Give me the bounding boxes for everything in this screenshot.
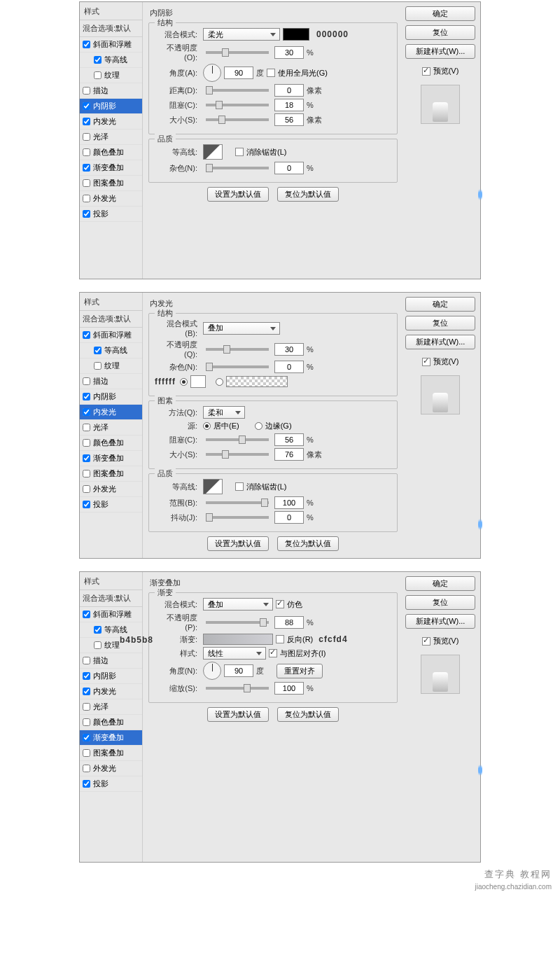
sidebar-item-bevel[interactable]: 斜面和浮雕 — [80, 37, 142, 53]
blending-options[interactable]: 混合选项:默认 — [80, 20, 142, 37]
ok-button[interactable]: 确定 — [405, 297, 475, 312]
jitter-input[interactable]: 0 — [274, 511, 304, 524]
distance-slider[interactable] — [206, 89, 269, 92]
sidebar-item-satin[interactable]: 光泽 — [80, 130, 142, 145]
source-center-radio[interactable] — [203, 422, 211, 430]
set-default-button[interactable]: 设置为默认值 — [207, 536, 269, 551]
check-color-overlay[interactable] — [83, 148, 90, 156]
style-select[interactable]: 线性 — [203, 647, 266, 660]
sidebar-item-pattern-overlay[interactable]: 图案叠加 — [80, 176, 142, 191]
shadow-color-swatch[interactable] — [283, 28, 309, 41]
sidebar-item-bevel[interactable]: 斜面和浮雕 — [80, 328, 142, 343]
global-light-checkbox[interactable] — [267, 69, 275, 77]
opacity-slider[interactable] — [206, 621, 269, 624]
contour-picker[interactable] — [203, 144, 223, 160]
angle-dial[interactable] — [203, 662, 221, 680]
check-inner-glow[interactable] — [83, 118, 90, 125]
noise-input[interactable]: 0 — [274, 162, 304, 174]
reset-button[interactable]: 复位 — [405, 25, 475, 40]
antialias-checkbox[interactable] — [235, 148, 244, 156]
angle-input[interactable]: 90 — [224, 664, 253, 677]
set-default-button[interactable]: 设置为默认值 — [207, 187, 269, 202]
reset-default-button[interactable]: 复位为默认值 — [277, 707, 339, 722]
sidebar-item-pattern-overlay[interactable]: 图案叠加 — [80, 466, 142, 482]
preview-checkbox[interactable] — [422, 67, 430, 76]
set-default-button[interactable]: 设置为默认值 — [207, 707, 269, 722]
noise-slider[interactable] — [206, 167, 269, 169]
dither-checkbox[interactable] — [276, 600, 284, 608]
sidebar-item-gradient-overlay[interactable]: 渐变叠加 — [80, 160, 142, 176]
reverse-checkbox[interactable] — [276, 635, 284, 643]
opacity-slider[interactable] — [206, 348, 269, 351]
sidebar-item-color-overlay[interactable]: 颜色叠加 — [80, 145, 142, 160]
sidebar-item-inner-glow[interactable]: 内发光 — [80, 405, 142, 420]
reset-default-button[interactable]: 复位为默认值 — [277, 536, 339, 551]
sidebar-item-outer-glow[interactable]: 外发光 — [80, 482, 142, 497]
reset-default-button[interactable]: 复位为默认值 — [277, 187, 339, 202]
jitter-slider[interactable] — [206, 516, 269, 519]
contour-picker[interactable] — [203, 479, 223, 494]
sidebar-item-gradient-overlay[interactable]: 渐变叠加 — [80, 730, 142, 746]
check-contour[interactable] — [94, 56, 102, 64]
sidebar-item-drop-shadow[interactable]: 投影 — [80, 207, 142, 222]
ok-button[interactable]: 确定 — [405, 576, 475, 591]
glow-color-swatch[interactable] — [190, 375, 206, 388]
technique-select[interactable]: 柔和 — [203, 406, 245, 419]
glow-gradient-picker[interactable] — [226, 376, 288, 387]
check-pattern-overlay[interactable] — [83, 179, 90, 187]
noise-input[interactable]: 0 — [274, 361, 304, 373]
sidebar-item-satin[interactable]: 光泽 — [80, 420, 142, 435]
check-stroke[interactable] — [83, 87, 90, 95]
sidebar-item-inner-glow[interactable]: 内发光 — [80, 114, 142, 130]
preview-checkbox[interactable] — [422, 637, 430, 646]
new-style-button[interactable]: 新建样式(W)... — [405, 335, 475, 349]
check-outer-glow[interactable] — [83, 195, 90, 202]
sidebar-item-inner-shadow[interactable]: 内阴影 — [80, 99, 142, 114]
choke-slider[interactable] — [206, 438, 269, 441]
ok-button[interactable]: 确定 — [405, 6, 475, 21]
sidebar-item-stroke[interactable]: 描边 — [80, 653, 142, 669]
reset-alignment-button[interactable]: 重置对齐 — [276, 664, 323, 678]
gradient-radio[interactable] — [216, 378, 223, 386]
opacity-input[interactable]: 30 — [274, 343, 304, 356]
sidebar-item-bevel[interactable]: 斜面和浮雕 — [80, 607, 142, 622]
angle-dial[interactable] — [203, 64, 221, 82]
size-slider[interactable] — [206, 453, 269, 456]
blend-mode-select[interactable]: 叠加 — [203, 598, 273, 611]
check-satin[interactable] — [83, 133, 90, 141]
sidebar-item-stroke[interactable]: 描边 — [80, 374, 142, 389]
choke-slider[interactable] — [206, 104, 269, 106]
range-input[interactable]: 100 — [274, 496, 304, 509]
sidebar-item-gradient-overlay[interactable]: 渐变叠加 — [80, 451, 142, 466]
sidebar-item-inner-shadow[interactable]: 内阴影 — [80, 389, 142, 405]
scale-input[interactable]: 100 — [274, 682, 304, 695]
sidebar-item-texture[interactable]: 纹理 — [80, 68, 142, 83]
reset-button[interactable]: 复位 — [405, 595, 475, 610]
choke-input[interactable]: 56 — [274, 433, 304, 446]
sidebar-item-contour[interactable]: 等高线 — [80, 343, 142, 358]
sidebar-item-color-overlay[interactable]: 颜色叠加 — [80, 715, 142, 730]
align-checkbox[interactable] — [269, 649, 277, 657]
distance-input[interactable]: 0 — [274, 84, 304, 97]
source-edge-radio[interactable] — [255, 422, 262, 430]
size-slider[interactable] — [206, 118, 269, 121]
opacity-input[interactable]: 88 — [274, 616, 304, 629]
reset-button[interactable]: 复位 — [405, 316, 475, 330]
check-bevel[interactable] — [83, 41, 90, 48]
gradient-picker[interactable] — [203, 634, 273, 645]
check-drop-shadow[interactable] — [83, 210, 90, 218]
choke-input[interactable]: 18 — [274, 99, 304, 111]
sidebar-item-satin[interactable]: 光泽 — [80, 699, 142, 715]
opacity-input[interactable]: 30 — [274, 46, 304, 59]
sidebar-item-inner-shadow[interactable]: 内阴影 — [80, 669, 142, 684]
noise-slider[interactable] — [206, 365, 269, 368]
sidebar-item-drop-shadow[interactable]: 投影 — [80, 776, 142, 792]
size-input[interactable]: 76 — [274, 448, 304, 461]
blend-mode-select[interactable]: 叠加 — [203, 322, 280, 335]
sidebar-item-inner-glow[interactable]: 内发光 — [80, 684, 142, 699]
sidebar-item-outer-glow[interactable]: 外发光 — [80, 191, 142, 207]
new-style-button[interactable]: 新建样式(W)... — [405, 44, 475, 59]
antialias-checkbox[interactable] — [235, 482, 244, 491]
sidebar-item-pattern-overlay[interactable]: 图案叠加 — [80, 746, 142, 761]
color-radio[interactable] — [180, 378, 188, 386]
